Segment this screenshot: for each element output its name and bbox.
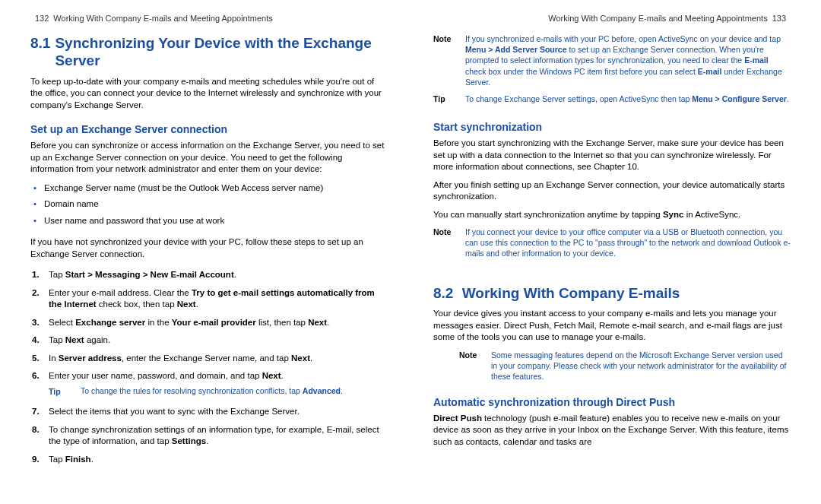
step-4: Tap Next again. bbox=[30, 331, 388, 350]
top-note: Note If you synchronized e-mails with yo… bbox=[433, 33, 791, 87]
step-6: Enter your user name, password, and doma… bbox=[30, 367, 388, 403]
bullet-item: Exchange Server name (must be the Outloo… bbox=[30, 180, 388, 197]
bullet-item: User name and password that you use at w… bbox=[30, 213, 388, 230]
start-sync-para1: Before you start synchronizing with the … bbox=[433, 138, 791, 173]
running-head-right: Working With Company E-mails and Meeting… bbox=[433, 14, 791, 23]
page-number: 133 bbox=[772, 14, 786, 23]
page-left: 132 Working With Company E-mails and Mee… bbox=[30, 14, 410, 489]
start-sync-note: Note If you connect your device to your … bbox=[433, 227, 791, 259]
running-head-text: Working With Company E-mails and Meeting… bbox=[53, 14, 272, 23]
setup-bullets: Exchange Server name (must be the Outloo… bbox=[30, 180, 388, 230]
start-sync-heading: Start synchronization bbox=[433, 121, 791, 133]
start-sync-para2: After you finish setting up an Exchange … bbox=[433, 179, 791, 203]
direct-push-heading: Automatic synchronization through Direct… bbox=[433, 396, 791, 408]
section-8-1-title: 8.1 Synchronizing Your Device with the E… bbox=[30, 35, 388, 70]
setup-para1: Before you can synchronize or access inf… bbox=[30, 140, 388, 176]
step-2: Enter your e-mail address. Clear the Try… bbox=[30, 284, 388, 314]
top-tip: Tip To change Exchange Server settings, … bbox=[433, 94, 791, 104]
step-6-tip: Tip To change the rules for resolving sy… bbox=[49, 385, 388, 397]
step-7: Select the items that you want to sync w… bbox=[30, 403, 388, 421]
direct-push-para: Direct Push technology (push e-mail feat… bbox=[433, 413, 791, 449]
step-1: Tap Start > Messaging > New E-mail Accou… bbox=[30, 266, 388, 284]
start-sync-para3: You can manually start synchronization a… bbox=[433, 209, 791, 221]
running-head-text: Working With Company E-mails and Meeting… bbox=[548, 14, 767, 23]
page-right: Working With Company E-mails and Meeting… bbox=[410, 14, 791, 489]
step-5: In Server address, enter the Exchange Se… bbox=[30, 350, 388, 368]
section-8-1-intro: To keep up-to-date with your company e-m… bbox=[30, 76, 388, 112]
section-8-2-title: 8.2 Working With Company E-mails bbox=[433, 285, 791, 303]
setup-steps: Tap Start > Messaging > New E-mail Accou… bbox=[30, 266, 388, 468]
step-8: To change synchronization settings of an… bbox=[30, 421, 388, 451]
running-head-left: 132 Working With Company E-mails and Mee… bbox=[30, 14, 388, 23]
step-9: Tap Finish. bbox=[30, 451, 388, 469]
page-number: 132 bbox=[35, 14, 49, 23]
step-3: Select Exchange server in the Your e-mai… bbox=[30, 314, 388, 332]
section-8-2-note: Note Some messaging features depend on t… bbox=[459, 350, 791, 382]
bullet-item: Domain name bbox=[30, 196, 388, 213]
setup-heading: Set up an Exchange Server connection bbox=[30, 123, 388, 135]
section-8-2-intro: Your device gives you instant access to … bbox=[433, 308, 791, 344]
setup-para2: If you have not synchronized your device… bbox=[30, 236, 388, 260]
